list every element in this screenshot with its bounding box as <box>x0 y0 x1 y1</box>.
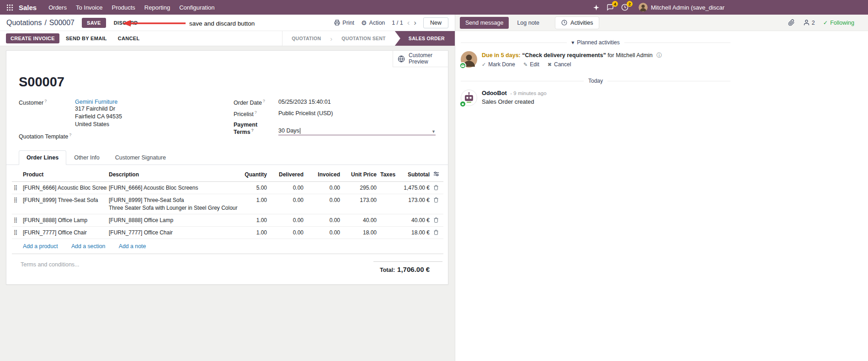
pager-next-icon[interactable]: › <box>414 18 416 27</box>
print-button[interactable]: Print <box>334 20 354 26</box>
order-line-row[interactable]: ⣿ [FURN_7777] Office Chair [FURN_7777] O… <box>12 227 443 239</box>
cell-description[interactable]: [FURN_6666] Acoustic Bloc Screens <box>107 182 242 194</box>
order-line-row[interactable]: ⣿ [FURN_8999] Three-Seat Sofa [FURN_8999… <box>12 194 443 214</box>
menu-configuration[interactable]: Configuration <box>175 1 219 14</box>
cell-quantity[interactable]: 1.00 <box>242 214 269 227</box>
new-button[interactable]: New <box>423 17 448 28</box>
app-name[interactable]: Sales <box>19 4 37 11</box>
cell-description[interactable]: [FURN_8999] Three-Seat Sofa Three Seater… <box>107 194 242 214</box>
activities-button[interactable]: Activities <box>555 16 599 29</box>
apps-grid-icon[interactable] <box>4 2 16 13</box>
followers-button[interactable]: 2 <box>803 19 815 26</box>
pager-previous-icon[interactable]: ‹ <box>407 18 410 27</box>
cell-description[interactable]: [FURN_7777] Office Chair <box>107 227 242 239</box>
cell-delivered[interactable]: 0.00 <box>269 227 305 239</box>
cell-delivered[interactable]: 0.00 <box>269 214 305 227</box>
cell-unit-price[interactable]: 295.00 <box>342 182 378 194</box>
menu-to-invoice[interactable]: To Invoice <box>71 1 107 14</box>
cell-invoiced[interactable]: 0.00 <box>305 194 342 214</box>
menu-orders[interactable]: Orders <box>44 1 71 14</box>
discard-button[interactable]: DISCARD <box>110 18 142 28</box>
activities-clock-icon[interactable]: 2 <box>621 4 628 11</box>
save-button[interactable]: SAVE <box>82 18 106 28</box>
drag-handle-icon[interactable]: ⣿ <box>12 227 21 239</box>
cell-invoiced[interactable]: 0.00 <box>305 214 342 227</box>
delete-line-icon[interactable] <box>431 182 443 194</box>
status-step-quotation-sent[interactable]: QUOTATION SENT <box>332 31 395 46</box>
payment-terms-input[interactable]: 30 Days ▼ <box>278 122 436 135</box>
cell-invoiced[interactable]: 0.00 <box>305 182 342 194</box>
menu-products[interactable]: Products <box>107 1 139 14</box>
col-invoiced[interactable]: Invoiced <box>305 168 342 182</box>
col-delivered[interactable]: Delivered <box>269 168 305 182</box>
cell-quantity[interactable]: 1.00 <box>242 194 269 214</box>
create-invoice-button[interactable]: CREATE INVOICE <box>6 33 59 43</box>
cancel-order-button[interactable]: CANCEL <box>113 33 144 43</box>
order-line-row[interactable]: ⣿ [FURN_8888] Office Lamp [FURN_8888] Of… <box>12 214 443 227</box>
edit-activity-button[interactable]: ✎Edit <box>523 61 539 68</box>
drag-handle-icon[interactable]: ⣿ <box>12 214 21 227</box>
info-icon[interactable]: ⓘ <box>656 52 662 58</box>
quotation-template-field[interactable] <box>75 133 234 140</box>
cell-taxes[interactable] <box>378 214 399 227</box>
col-product[interactable]: Product <box>21 168 107 182</box>
attachment-icon[interactable] <box>788 19 795 26</box>
customer-preview-button[interactable]: Customer Preview <box>393 51 448 67</box>
menu-reporting[interactable]: Reporting <box>140 1 175 14</box>
cell-invoiced[interactable]: 0.00 <box>305 227 342 239</box>
status-step-sales-order[interactable]: SALES ORDER <box>395 31 455 46</box>
breadcrumb-quotations[interactable]: Quotations <box>6 19 42 27</box>
tab-other-info[interactable]: Other Info <box>66 150 107 165</box>
cell-taxes[interactable] <box>378 194 399 214</box>
tab-order-lines[interactable]: Order Lines <box>19 150 66 165</box>
add-product-link[interactable]: Add a product <box>23 243 58 250</box>
drag-handle-icon[interactable]: ⣿ <box>12 182 21 194</box>
order-date-value[interactable]: 05/25/2023 15:40:01 <box>278 99 436 106</box>
cell-description[interactable]: [FURN_8888] Office Lamp <box>107 214 242 227</box>
cell-unit-price[interactable]: 40.00 <box>342 214 378 227</box>
messages-icon[interactable]: 4 <box>607 4 614 11</box>
add-section-link[interactable]: Add a section <box>71 243 106 250</box>
customer-link[interactable]: Gemini Furniture <box>75 99 117 105</box>
chevron-down-icon[interactable]: ▼ <box>431 129 436 134</box>
user-menu[interactable]: Mitchell Admin (save_discar <box>639 3 724 12</box>
cell-quantity[interactable]: 5.00 <box>242 182 269 194</box>
log-note-button[interactable]: Log note <box>512 17 544 29</box>
cell-delivered[interactable]: 0.00 <box>269 182 305 194</box>
delete-line-icon[interactable] <box>431 227 443 239</box>
send-message-button[interactable]: Send message <box>460 17 509 29</box>
cell-product[interactable]: [FURN_8999] Three-Seat Sofa <box>21 194 107 214</box>
delete-line-icon[interactable] <box>431 194 443 214</box>
terms-placeholder[interactable]: Terms and conditions... <box>21 261 80 273</box>
cell-product[interactable]: [FURN_8888] Office Lamp <box>21 214 107 227</box>
delete-line-icon[interactable] <box>431 214 443 227</box>
cell-unit-price[interactable]: 18.00 <box>342 227 378 239</box>
cell-unit-price[interactable]: 173.00 <box>342 194 378 214</box>
cell-product[interactable]: [FURN_7777] Office Chair <box>21 227 107 239</box>
following-button[interactable]: ✓ Following <box>823 19 854 26</box>
send-by-email-button[interactable]: SEND BY EMAIL <box>61 33 112 43</box>
cell-taxes[interactable] <box>378 227 399 239</box>
message-author[interactable]: OdooBot <box>482 90 507 96</box>
pricelist-value[interactable]: Public Pricelist (USD) <box>278 110 436 117</box>
cell-product[interactable]: [FURN_6666] Acoustic Bloc Screens <box>21 182 107 194</box>
cell-taxes[interactable] <box>378 182 399 194</box>
planned-activities-toggle[interactable]: ▾ Planned activities <box>571 39 619 46</box>
col-description[interactable]: Description <box>107 168 242 182</box>
cell-delivered[interactable]: 0.00 <box>269 194 305 214</box>
col-unit-price[interactable]: Unit Price <box>342 168 378 182</box>
cell-quantity[interactable]: 1.00 <box>242 227 269 239</box>
col-quantity[interactable]: Quantity <box>242 168 269 182</box>
tab-customer-signature[interactable]: Customer Signature <box>107 150 174 165</box>
mark-done-button[interactable]: ✓Mark Done <box>482 61 515 68</box>
col-subtotal[interactable]: Subtotal <box>399 168 431 182</box>
order-line-row[interactable]: ⣿ [FURN_6666] Acoustic Bloc Screens [FUR… <box>12 182 443 194</box>
dark-mode-icon[interactable] <box>593 5 599 11</box>
optional-columns-icon[interactable] <box>431 168 443 182</box>
cancel-activity-button[interactable]: ✖Cancel <box>548 61 571 68</box>
add-note-link[interactable]: Add a note <box>119 243 146 250</box>
drag-handle-icon[interactable]: ⣿ <box>12 194 21 214</box>
col-taxes[interactable]: Taxes <box>378 168 399 182</box>
status-step-quotation[interactable]: QUOTATION <box>282 31 330 46</box>
action-button[interactable]: ⚙ Action <box>361 20 385 26</box>
